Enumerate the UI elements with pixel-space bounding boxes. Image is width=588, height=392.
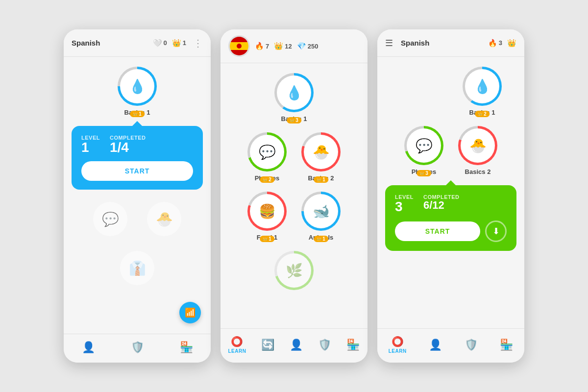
nav-shop-p3[interactable]: 🏪: [496, 337, 517, 353]
popup-card-phone1: Level 1 Completed 1/4 START: [72, 126, 203, 190]
nav-shop-p2[interactable]: 🏪: [343, 337, 364, 353]
nav-shield-p2[interactable]: 🛡️: [314, 337, 335, 353]
fire-icon: 🔥: [255, 42, 264, 50]
shield-icon-p3: 🛡️: [465, 339, 478, 351]
popup-start-row: START: [81, 161, 193, 181]
popup-stats-p3: Level 3 Completed 6/12: [395, 194, 507, 214]
nav-shop[interactable]: 🏪: [176, 339, 197, 356]
basics1-ring[interactable]: 💧: [118, 67, 157, 106]
phones-container: Spanish 🤍 0 👑 1 ⋮ 💧 1 Basics 1: [54, 20, 534, 372]
animals-ring[interactable]: 🐋: [301, 192, 341, 231]
p3-basics1-ring[interactable]: 💧: [463, 67, 502, 106]
p3-basics1-crown: 2: [475, 111, 490, 117]
p3-basics2-icon: 🐣: [469, 138, 487, 154]
skill-phrases[interactable]: 💬 2 Phrases: [247, 132, 287, 182]
shop-icon-p2: 🏪: [346, 339, 360, 351]
skill-gray-2: 🐣: [145, 199, 184, 239]
nav-learn[interactable]: ⭕ LEARN: [224, 334, 250, 356]
nav-shield-p3[interactable]: 🛡️: [461, 337, 482, 353]
crown-icon-p3: 👑: [507, 39, 516, 48]
top-bar-phone1: Spanish 🤍 0 👑 1 ⋮: [64, 29, 211, 57]
top-bar-phone3: ☰ Spanish 🔥 3 👑: [377, 29, 524, 57]
person-icon-p3: 👤: [429, 339, 442, 351]
nav-practice[interactable]: 🔄: [257, 337, 278, 353]
skill-basics1[interactable]: 💧 1 Basics 1: [118, 67, 157, 116]
skill-p2-basics1[interactable]: 💧 3 Basics 1: [274, 73, 314, 122]
p3-basics2-inner: 🐣: [461, 128, 495, 163]
gray1-icon: 💬: [102, 211, 119, 227]
top-bar-phone2: 🔥 7 👑 12 💎 250: [220, 29, 368, 63]
skill-basics2[interactable]: 🐣 1 Basics 2: [301, 132, 341, 182]
crown-stat-p2: 👑 12: [274, 42, 292, 50]
crown-stat-p3: 👑: [507, 39, 516, 48]
bottom-nav-phone2: ⭕ LEARN 🔄 👤 🛡️ 🏪: [220, 328, 368, 363]
menu-dots[interactable]: ⋮: [193, 37, 203, 49]
basics1-ring-p2[interactable]: 💧: [274, 73, 314, 112]
basics2-crown: 1: [314, 176, 328, 183]
phrases-icon: 💬: [259, 144, 276, 160]
popup-stats: Level 1 Completed 1/4: [81, 135, 193, 154]
basics1-icon: 💧: [129, 78, 146, 95]
shop-icon: 🏪: [180, 341, 193, 354]
partial-ring: 🌿: [274, 251, 314, 290]
popup-level-p3: Level 3: [395, 194, 414, 214]
gray-skills-row: 💬 🐣: [91, 199, 184, 239]
skill-p3-basics2[interactable]: 🐣 Basics 2: [458, 126, 497, 175]
skill-gray-3: 👔: [118, 248, 157, 288]
fire-stat-p3: 🔥 3: [488, 39, 502, 48]
gem-icon: 💎: [297, 42, 306, 50]
food1-ring[interactable]: 🍔: [247, 192, 287, 231]
skills-row-2: 🍔 1 Food 1 🐋 1 Animals: [247, 192, 341, 241]
skill-p3-phrases[interactable]: 💬 3 Phrases: [404, 126, 443, 175]
gem-stat: 💎 250: [297, 42, 318, 50]
p3-basics2-label: Basics 2: [465, 168, 491, 175]
download-btn[interactable]: ⬇: [485, 220, 507, 242]
bottom-nav-phone3: ⭕ Learn 👤 🛡️ 🏪: [377, 328, 524, 363]
basics1-crown: 1: [130, 111, 145, 117]
nav-shield[interactable]: 🛡️: [127, 339, 148, 356]
phone-3: ☰ Spanish 🔥 3 👑 💧 2 Basics 1: [377, 29, 524, 363]
partial-inner: 🌿: [277, 253, 311, 288]
skill-p3-basics1[interactable]: 💧 2 Basics 1: [463, 67, 502, 116]
p3-phrases-crown: 3: [416, 170, 431, 176]
start-button-phone3[interactable]: START: [395, 221, 480, 241]
basics1-inner-p2: 💧: [277, 75, 311, 110]
phone-2: 🔥 7 👑 12 💎 250 💧 3 Basi: [220, 29, 368, 363]
flag-top: [230, 37, 248, 42]
flag-spain[interactable]: [228, 35, 250, 57]
food1-inner: 🍔: [250, 194, 284, 228]
basics1-inner: 💧: [120, 69, 154, 103]
phone2-scroll: 💧 3 Basics 1 💬 2 Phrases: [220, 63, 368, 328]
float-btn[interactable]: 📶: [179, 302, 201, 323]
hamburger-icon[interactable]: ☰: [385, 38, 393, 49]
basics2-ring[interactable]: 🐣: [301, 132, 341, 172]
flag-emblem: [236, 43, 243, 49]
fire-icon-p3: 🔥: [488, 39, 497, 48]
p3-basics2-ring[interactable]: 🐣: [458, 126, 497, 165]
nav-person-p2[interactable]: 👤: [286, 337, 307, 353]
gray-skills-row-2: 👔: [118, 248, 157, 288]
phone3-scroll: 💧 2 Basics 1 💬 3 Phrases: [377, 57, 524, 328]
nav-learn-p3[interactable]: ⭕ Learn: [385, 334, 411, 356]
gray2-inner: 🐣: [147, 202, 181, 236]
shield-icon: 🛡️: [131, 341, 144, 354]
animals-inner: 🐋: [304, 194, 338, 228]
basics1-crown-p2: 3: [287, 117, 301, 123]
heart-icon: 🤍: [153, 39, 162, 48]
skill-animals[interactable]: 🐋 1 Animals: [301, 192, 341, 241]
bottom-nav-phone1: 👤 🛡️ 🏪: [64, 334, 211, 363]
learn-icon-p3: ⭕: [392, 336, 404, 347]
start-button-phone1[interactable]: START: [81, 161, 193, 181]
nav-person-p3[interactable]: 👤: [425, 337, 446, 353]
flag-mid: [230, 42, 248, 49]
phrases-ring[interactable]: 💬: [247, 132, 287, 172]
gray2-ring: 🐣: [145, 199, 184, 239]
p3-basics1-icon: 💧: [474, 78, 491, 95]
p3-phrases-ring[interactable]: 💬: [404, 126, 443, 165]
person-icon-p2: 👤: [290, 339, 303, 351]
hearts-stat: 🤍 0: [153, 39, 167, 48]
skill-food1[interactable]: 🍔 1 Food 1: [247, 192, 287, 241]
nav-person[interactable]: 👤: [78, 339, 99, 356]
gray1-ring: 💬: [91, 199, 130, 239]
gray2-icon: 🐣: [156, 211, 173, 227]
